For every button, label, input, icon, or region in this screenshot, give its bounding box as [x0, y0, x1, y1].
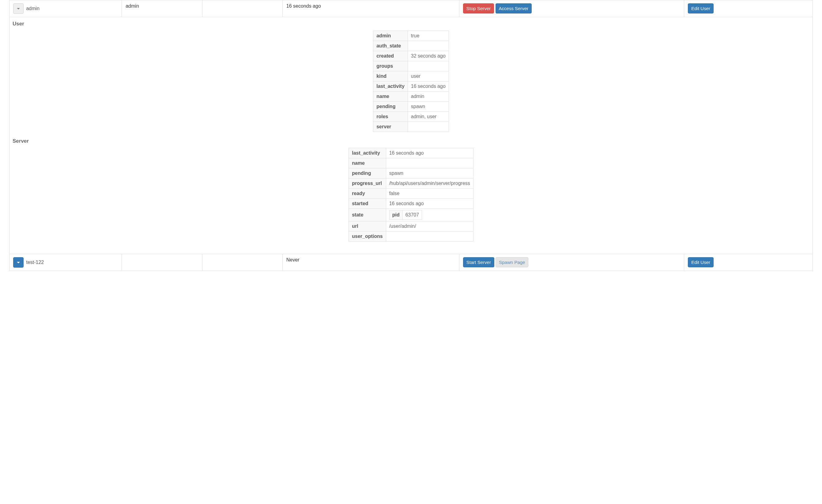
user-val-created: 32 seconds ago: [408, 51, 449, 61]
user-val-pending: spawn: [408, 102, 449, 112]
chevron-down-icon: [17, 262, 20, 263]
start-server-button[interactable]: Start Server: [463, 257, 494, 267]
state-pid-key: pid: [389, 210, 402, 220]
expand-toggle-test-122[interactable]: [13, 257, 24, 268]
server-key-last-activity: last_activity: [349, 148, 386, 158]
server-details-table: last_activity16 seconds ago name pending…: [349, 148, 473, 241]
user-section-title: User: [13, 21, 809, 27]
server-val-pending: spawn: [386, 168, 473, 178]
access-server-button[interactable]: Access Server: [495, 3, 532, 13]
server-key-user-options: user_options: [349, 231, 386, 241]
username-cell: admin: [26, 6, 39, 11]
empty-cell: [202, 0, 282, 17]
server-key-url: url: [349, 221, 386, 231]
user-key-groups: groups: [373, 61, 408, 71]
user-key-roles: roles: [373, 112, 408, 122]
user-val-roles: admin, user: [408, 112, 449, 122]
user-row-test-122: test-122 Never Start Server Spawn Page E…: [9, 254, 813, 271]
user-val-auth-state: [408, 41, 449, 51]
user-key-last-activity: last_activity: [373, 81, 408, 91]
user-row-admin: admin admin 16 seconds ago Stop Server A…: [9, 0, 813, 17]
user-val-admin: true: [408, 31, 449, 41]
server-val-last-activity: 16 seconds ago: [386, 148, 473, 158]
users-table: admin admin 16 seconds ago Stop Server A…: [9, 0, 813, 271]
server-val-started: 16 seconds ago: [386, 199, 473, 209]
server-key-started: started: [349, 199, 386, 209]
user-details-admin: User admintrue auth_state created32 seco…: [9, 17, 813, 254]
server-val-state: pid 63707: [386, 209, 473, 221]
server-key-name: name: [349, 158, 386, 168]
user-val-last-activity: 16 seconds ago: [408, 81, 449, 91]
server-section-title: Server: [13, 138, 809, 144]
server-val-name: [386, 158, 473, 168]
edit-user-button[interactable]: Edit User: [688, 3, 714, 13]
chevron-down-icon: [17, 8, 20, 9]
admin-cell: admin: [122, 0, 202, 17]
user-key-server: server: [373, 122, 408, 132]
user-key-pending: pending: [373, 102, 408, 112]
user-details-table: admintrue auth_state created32 seconds a…: [373, 31, 449, 132]
server-val-ready: false: [386, 188, 473, 199]
server-val-user-options: [386, 231, 473, 241]
username-cell: test-122: [26, 260, 44, 265]
server-key-ready: ready: [349, 188, 386, 199]
state-inner-table: pid 63707: [389, 210, 422, 220]
spawn-page-button[interactable]: Spawn Page: [495, 257, 528, 267]
stop-server-button[interactable]: Stop Server: [463, 3, 494, 13]
server-val-progress-url: /hub/api/users/admin/server/progress: [386, 178, 473, 188]
server-key-progress-url: progress_url: [349, 178, 386, 188]
server-val-url: /user/admin/: [386, 221, 473, 231]
user-val-kind: user: [408, 71, 449, 81]
empty-cell: [202, 254, 282, 271]
user-key-admin: admin: [373, 31, 408, 41]
edit-user-button[interactable]: Edit User: [688, 257, 714, 267]
server-key-state: state: [349, 209, 386, 221]
admin-cell: [122, 254, 202, 271]
user-val-groups: [408, 61, 449, 71]
user-key-auth-state: auth_state: [373, 41, 408, 51]
last-activity-cell: 16 seconds ago: [282, 0, 459, 17]
server-key-pending: pending: [349, 168, 386, 178]
user-key-created: created: [373, 51, 408, 61]
user-key-name: name: [373, 91, 408, 102]
last-activity-cell: Never: [282, 254, 459, 271]
expand-toggle-admin[interactable]: [13, 3, 24, 14]
user-key-kind: kind: [373, 71, 408, 81]
user-val-server: [408, 122, 449, 132]
user-val-name: admin: [408, 91, 449, 102]
state-pid-val: 63707: [402, 210, 422, 220]
